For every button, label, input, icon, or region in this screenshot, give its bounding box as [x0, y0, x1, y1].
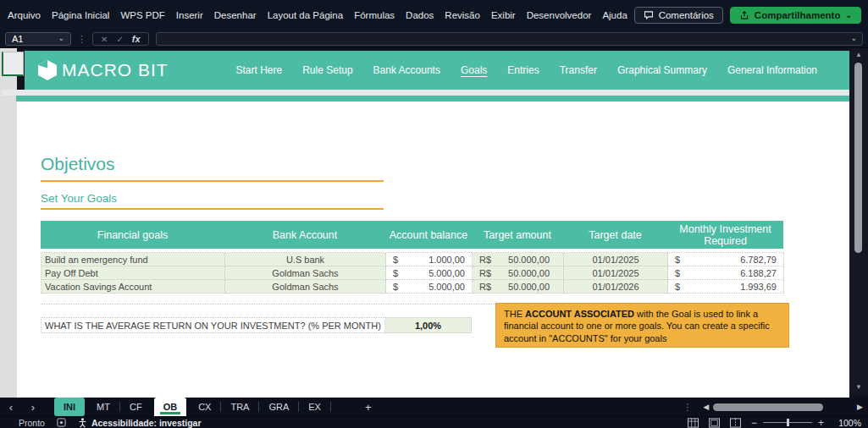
add-sheet-icon[interactable]: + [355, 401, 382, 414]
horizontal-scrollbar[interactable]: ◀ ▶ [703, 403, 863, 411]
chevron-down-icon: ⌄ [845, 12, 852, 19]
insert-function-icon[interactable]: fx [132, 34, 141, 44]
brand-logo: MACRO BIT [25, 60, 169, 80]
menu-wps-pdf[interactable]: WPS PDF [120, 10, 164, 20]
banner-gap [2, 90, 849, 96]
selected-cell-a1[interactable] [2, 52, 24, 76]
average-return-value[interactable]: 1,00% [385, 317, 472, 333]
zoom-slider-thumb[interactable] [787, 419, 789, 426]
zoom-in-icon[interactable]: + [818, 418, 824, 428]
zoom-out-icon[interactable]: − [751, 418, 757, 428]
menu-formulas[interactable]: Fórmulas [354, 10, 395, 20]
page-break-view-icon[interactable] [730, 418, 741, 428]
tab-tra[interactable]: TRA [221, 398, 258, 416]
target-amount: 50.000,00 [508, 268, 550, 278]
tab-ob[interactable]: OB [154, 398, 187, 416]
cell-goal[interactable]: Build an emergency fund [41, 253, 225, 266]
dots-vertical-icon[interactable]: ⋮ [683, 402, 692, 413]
menu-arquivo[interactable]: Arquivo [8, 10, 41, 20]
horizontal-scrollbar-thumb[interactable] [713, 403, 823, 411]
tab-ini[interactable]: INI [54, 398, 85, 416]
nav-transfer[interactable]: Transfer [560, 64, 597, 76]
accessibility-label: Acessibilidade: investigar [91, 418, 202, 428]
chevron-down-icon[interactable]: ⌄ [850, 34, 857, 42]
tabs-prev-icon[interactable]: ‹ [0, 401, 22, 414]
vertical-scrollbar-thumb[interactable] [854, 63, 862, 253]
cell-target-date[interactable]: 01/01/2026 [564, 280, 668, 294]
nav-general-information[interactable]: General Information [727, 64, 817, 76]
zoom-controls: − + [751, 418, 824, 428]
formula-input[interactable]: ⌄ [156, 32, 863, 46]
cell-bank[interactable]: Goldman Sachs [225, 266, 386, 280]
cell-balance[interactable]: $5.000,00 [386, 280, 473, 294]
tab-mt[interactable]: MT [87, 398, 119, 416]
macro-record-icon[interactable] [57, 418, 66, 427]
nav-rule-setup[interactable]: Rule Setup [302, 64, 352, 76]
tabs-next-icon[interactable]: › [22, 401, 44, 414]
menu-ajuda[interactable]: Ajuda [602, 10, 627, 20]
cell-target-amount[interactable]: R$50.000,00 [473, 253, 564, 266]
brand-name: MACRO BIT [62, 60, 169, 80]
cell-balance[interactable]: $1.000,00 [386, 253, 473, 266]
nav-graphical-summary[interactable]: Graphical Summary [617, 64, 707, 76]
cell-goal[interactable]: Vacation Savings Account [41, 280, 225, 294]
menu-dados[interactable]: Dados [406, 10, 434, 20]
scroll-down-icon[interactable]: ▼ [849, 383, 868, 391]
menu-pagina-inicial[interactable]: Página Inicial [52, 10, 109, 20]
menu-layout-da-pagina[interactable]: Layout da Página [268, 10, 344, 20]
cell-target-amount[interactable]: R$50.000,00 [473, 266, 564, 280]
tab-cx[interactable]: CX [189, 398, 220, 416]
scroll-up-icon[interactable]: ▲ [849, 51, 868, 58]
chevron-down-icon: ⌄ [58, 34, 64, 42]
header-monthly-investment: Monthly Investment Required [667, 221, 783, 249]
scroll-right-icon[interactable]: ▶ [857, 403, 863, 411]
page-layout-view-icon[interactable] [709, 418, 720, 428]
menu-revisao[interactable]: Revisão [445, 10, 480, 20]
zoom-level[interactable]: 100% [834, 418, 861, 428]
sheet-canvas: Objetivos Set Your Goals Financial goals… [17, 102, 849, 398]
scroll-left-icon[interactable]: ◀ [703, 403, 709, 411]
nav-goals[interactable]: Goals [461, 64, 487, 76]
cell-monthly-investment[interactable]: $6.188,27 [668, 266, 784, 280]
average-return-question[interactable]: WHAT IS THE AVERAGE RETURN ON YOUR INVES… [41, 317, 385, 333]
cell-target-date[interactable]: 01/01/2025 [564, 266, 668, 280]
nav-bank-accounts[interactable]: Bank Accounts [373, 64, 440, 76]
tab-gra[interactable]: GRA [259, 398, 298, 416]
tab-cf[interactable]: CF [120, 398, 152, 416]
menu-exibir[interactable]: Exibir [491, 10, 516, 20]
menu-desenhar[interactable]: Desenhar [214, 10, 257, 20]
vertical-scrollbar[interactable]: ▲ ▼ [849, 48, 868, 395]
header-financial-goals: Financial goals [41, 221, 224, 249]
comments-label: Comentários [659, 10, 714, 20]
cell-goal[interactable]: Pay Off Debt [41, 266, 225, 280]
menu-desenvolvedor[interactable]: Desenvolvedor [527, 10, 592, 20]
table-row: Vacation Savings Account Goldman Sachs $… [41, 280, 783, 294]
name-box[interactable]: A1 ⌄ [5, 32, 71, 46]
tab-ex[interactable]: EX [299, 398, 330, 416]
zoom-slider[interactable] [763, 422, 812, 423]
dots-vertical-icon[interactable]: ⋮ [77, 34, 86, 45]
nav-start-here[interactable]: Start Here [236, 64, 283, 76]
comments-button[interactable]: Comentários [634, 7, 723, 24]
comment-bubble-icon [644, 10, 654, 20]
balance-amount: 5.000,00 [428, 268, 465, 278]
target-amount: 50.000,00 [508, 255, 550, 265]
nav-entries[interactable]: Entries [507, 64, 539, 76]
enter-icon[interactable]: ✓ [116, 35, 123, 44]
status-right: − + 100% [688, 418, 868, 428]
menu-bar: Arquivo Página Inicial WPS PDF Inserir D… [0, 0, 868, 30]
cancel-icon[interactable]: ✕ [101, 35, 108, 44]
accessibility-status[interactable]: Acessibilidade: investigar [78, 418, 202, 428]
cell-bank[interactable]: Goldman Sachs [225, 280, 386, 294]
cell-bank[interactable]: U.S bank [225, 253, 386, 266]
share-button[interactable]: Compartilhamento ⌄ [730, 7, 861, 24]
normal-view-icon[interactable] [688, 418, 699, 428]
monthly-amount: 6.188,27 [740, 268, 777, 278]
cell-target-amount[interactable]: R$50.000,00 [473, 280, 564, 294]
cell-target-date[interactable]: 01/01/2025 [564, 253, 668, 266]
menu-inserir[interactable]: Inserir [176, 10, 203, 20]
note-text: THE [504, 309, 525, 319]
cell-balance[interactable]: $5.000,00 [386, 266, 473, 280]
cell-monthly-investment[interactable]: $1.993,69 [668, 280, 784, 294]
cell-monthly-investment[interactable]: $6.782,79 [668, 253, 784, 266]
